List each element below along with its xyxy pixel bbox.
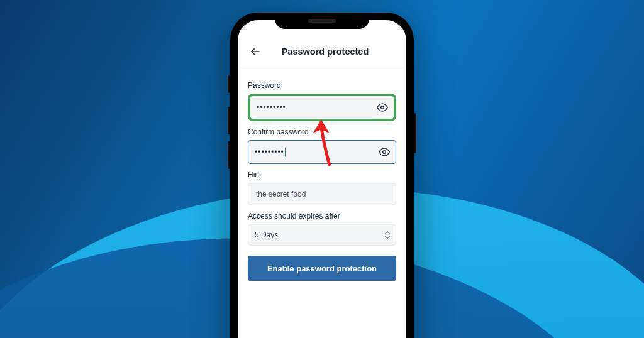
confirm-password-value: ••••••••• xyxy=(255,148,284,156)
confirm-password-input[interactable]: ••••••••• xyxy=(248,140,396,164)
svg-point-2 xyxy=(383,151,386,154)
enable-password-protection-button[interactable]: Enable password protection xyxy=(248,256,396,281)
enable-button-label: Enable password protection xyxy=(267,264,377,273)
text-caret xyxy=(285,148,286,156)
password-label: Password xyxy=(248,81,396,90)
eye-icon xyxy=(379,146,390,158)
expires-select[interactable]: 5 Days xyxy=(248,224,396,246)
chevron-up-down-icon xyxy=(384,231,391,239)
wallpaper: Password protected Password ••••••••• Co… xyxy=(0,0,644,338)
password-value: ••••••••• xyxy=(257,103,286,112)
hint-input[interactable]: the secret food xyxy=(248,183,396,205)
screen: Password protected Password ••••••••• Co… xyxy=(238,20,406,338)
back-button[interactable] xyxy=(247,43,264,60)
volume-down-button xyxy=(228,141,230,169)
confirm-password-label: Confirm password xyxy=(248,128,396,136)
volume-up-button xyxy=(228,107,230,134)
password-input[interactable]: ••••••••• xyxy=(248,94,396,121)
mute-switch xyxy=(228,75,230,93)
phone-frame: Password protected Password ••••••••• Co… xyxy=(230,13,414,338)
expires-value: 5 Days xyxy=(255,231,278,239)
power-button xyxy=(414,113,416,153)
expires-label: Access should expires after xyxy=(248,212,396,221)
speaker-grill xyxy=(308,19,336,23)
eye-icon xyxy=(377,102,388,113)
hint-value: the secret food xyxy=(256,190,306,199)
arrow-left-icon xyxy=(250,46,261,57)
toggle-password-visibility[interactable] xyxy=(376,101,389,114)
form: Password ••••••••• Confirm password ••••… xyxy=(238,68,406,291)
hint-label: Hint xyxy=(248,170,396,179)
toggle-confirm-visibility[interactable] xyxy=(378,146,391,158)
phone-notch xyxy=(275,13,369,29)
svg-point-1 xyxy=(381,106,384,109)
page-title: Password protected xyxy=(270,46,380,57)
